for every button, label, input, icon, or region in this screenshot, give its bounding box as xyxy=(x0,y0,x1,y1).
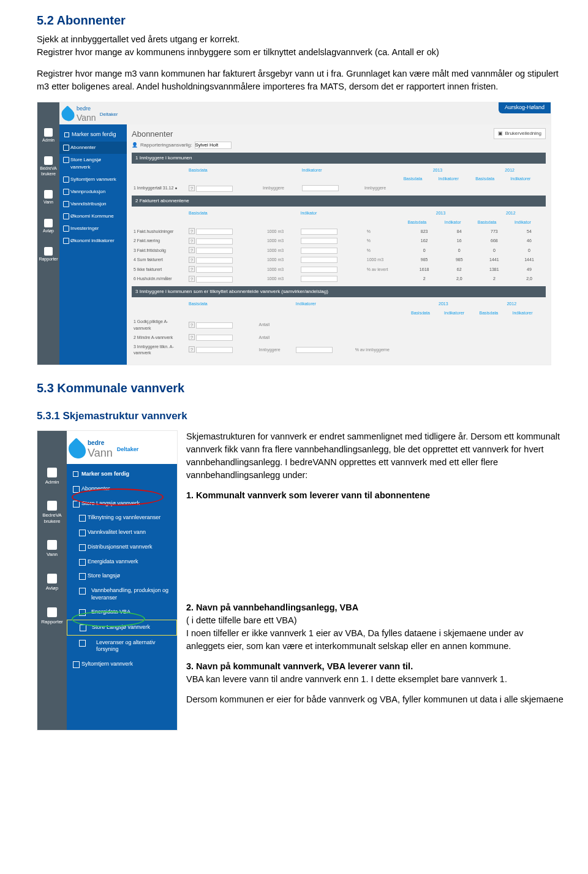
val-2012-basis: 2 xyxy=(476,275,513,284)
section-bar-2: 2 Fakturert abonnentene xyxy=(132,196,546,207)
subnav-item[interactable]: Store Langsjø vannverk xyxy=(59,154,127,173)
indicator-input[interactable] xyxy=(296,347,333,353)
basis-input[interactable] xyxy=(196,186,233,192)
help-icon[interactable]: ? xyxy=(189,276,195,282)
help-icon[interactable]: ? xyxy=(189,228,195,234)
unit xyxy=(353,333,409,343)
heading-5-3: 5.3 Kommunale vannverk xyxy=(37,379,564,397)
subnav-item[interactable]: Vanndistribusjon xyxy=(59,198,127,210)
subnav-item[interactable]: Leveranser og alternativ forsyning xyxy=(67,636,177,657)
row-label: 1 Godkj.pliktige A-vannverk xyxy=(132,317,187,333)
basis-input[interactable] xyxy=(196,267,233,273)
indicator-input[interactable] xyxy=(301,257,337,263)
help-icon[interactable]: ? xyxy=(189,334,195,340)
help-icon[interactable]: ? xyxy=(189,238,195,244)
basis-input[interactable] xyxy=(196,257,233,264)
val-2013-indik: 0 xyxy=(443,246,476,256)
help-icon[interactable]: ? xyxy=(189,247,195,253)
mark-done[interactable]: Marker som ferdig xyxy=(67,466,177,482)
table-row: 6 Husholdn.m/måler? 1000 m322,022,0 xyxy=(132,275,546,284)
subnav-item[interactable]: Energidata vannverk xyxy=(67,555,177,569)
unit: Innbyggere xyxy=(363,184,402,194)
nav-bedreva[interactable]: BedreVA brukere xyxy=(37,156,59,177)
basis-input[interactable] xyxy=(196,276,233,283)
nav-rapporter[interactable]: Rapporter xyxy=(39,247,58,262)
indicator-input[interactable] xyxy=(301,238,337,244)
table-sec2: Basisdata Indikator 2013 2012 Basisdata … xyxy=(132,209,546,284)
subnav-item[interactable]: Tilknytning og vannleveranser xyxy=(67,511,177,525)
nav-vann[interactable]: Vann xyxy=(43,190,53,205)
text: I noen tilfeller er ikke vannverk 1 eier… xyxy=(186,628,523,651)
help-icon[interactable]: ? xyxy=(189,266,195,272)
left-nav: Admin BedreVA brukere Vann Avløp Rapport… xyxy=(37,102,59,365)
paragraph: Registrer hvor mange m3 vann kommunen ha… xyxy=(37,67,564,93)
subnav-item[interactable]: Økonomi Kommune xyxy=(59,210,127,222)
help-icon[interactable]: ? xyxy=(189,346,195,352)
help-icon[interactable]: ? xyxy=(189,257,195,263)
sub-indik: Indikator xyxy=(513,218,546,227)
guide-button[interactable]: ▣ Brukerveiledning xyxy=(494,128,546,139)
nav-bedreva[interactable]: BedreVA brukere xyxy=(37,501,67,524)
indicator-input[interactable] xyxy=(302,185,339,191)
subnav-item[interactable]: Abonnenter xyxy=(67,482,177,496)
subnav-item[interactable]: Store Langsjø vannverk xyxy=(67,496,177,511)
col-2012: 2012 xyxy=(473,166,546,175)
book-icon: ▣ xyxy=(498,130,503,137)
row-label: 3 Fakt.fritidsbolig xyxy=(132,246,187,256)
indicator-input[interactable] xyxy=(301,248,337,254)
section-bar-3: 3 Innbyggere i kommunen som er tilknytte… xyxy=(132,286,546,297)
subnav-item[interactable]: Syltomtjern vannverk xyxy=(59,173,127,186)
val-2013-indik: 16 xyxy=(443,237,476,246)
basis-input[interactable] xyxy=(196,322,233,329)
nav-rapporter[interactable]: Rapporter xyxy=(41,607,63,625)
unit: Antall xyxy=(257,333,294,343)
row-label: 2 Mindre A-vannverk xyxy=(132,333,187,343)
val-2012-basis: 773 xyxy=(476,227,513,237)
indicator-input[interactable] xyxy=(301,267,337,273)
subnav-item[interactable]: Distribusjonsnett vannverk xyxy=(67,540,177,555)
subnav-item[interactable]: Energidata VBA xyxy=(67,605,177,620)
nav-admin[interactable]: Admin xyxy=(42,128,55,143)
basis-input[interactable] xyxy=(196,248,233,254)
unit: 1000 m3 xyxy=(265,237,299,246)
col-indik: Indikator xyxy=(299,209,365,218)
val-2013-basis: 162 xyxy=(405,237,442,246)
subnav-item[interactable]: Investeringer xyxy=(59,222,127,235)
resp-input[interactable] xyxy=(195,142,232,149)
basis-input[interactable] xyxy=(196,347,233,353)
report-icon xyxy=(44,247,53,256)
unit xyxy=(353,317,409,333)
subnav-item[interactable]: Vannkvalitet levert vann xyxy=(67,525,177,540)
nav-avlop[interactable]: Avløp xyxy=(43,219,54,234)
mark-done[interactable]: Marker som ferdig xyxy=(59,128,127,142)
nav-admin[interactable]: Admin xyxy=(45,468,59,485)
basis-input[interactable] xyxy=(196,335,233,341)
subnav-item[interactable]: Store Langsjø vannverk xyxy=(67,620,177,636)
help-icon[interactable]: ? xyxy=(189,185,195,191)
val-2012-indik: 1441 xyxy=(513,256,546,265)
subnav-item[interactable]: Vannbehandling, produksjon og leveranser xyxy=(67,583,177,605)
person-icon: 👤 xyxy=(132,142,138,149)
help-icon[interactable]: ? xyxy=(189,322,195,328)
col-2013: 2013 xyxy=(402,166,474,175)
subnav-item[interactable]: Økonomi indikatorer xyxy=(59,235,127,247)
row-label: 2 Fakt.næring xyxy=(132,237,187,246)
admin-icon xyxy=(44,128,53,137)
basis-input[interactable] xyxy=(196,238,233,245)
indicator-input[interactable] xyxy=(301,276,337,282)
sub-indik: Indikatorer xyxy=(511,309,546,318)
main-panel: 👤 Admin Bruker (Systemansvarlig) Logg ut… xyxy=(127,124,551,365)
subnav-item[interactable]: Store langsjø xyxy=(67,569,177,583)
brand-bedre: bedre xyxy=(77,105,96,113)
table-row: 4 Sum fakturert? 1000 m31000 m3985985144… xyxy=(132,256,546,265)
indicator-input[interactable] xyxy=(301,229,337,235)
nav-avlop[interactable]: Avløp xyxy=(46,574,58,591)
basis-input[interactable] xyxy=(196,229,233,235)
sub-indik: Indikatorer xyxy=(442,309,477,318)
subnav-item[interactable]: Vannproduksjon xyxy=(59,186,127,198)
nav-vann[interactable]: Vann xyxy=(47,540,58,558)
list-3: 3. Navn på kommunalt vannverk, VBA lever… xyxy=(186,661,413,671)
unit: % av innbyggerne xyxy=(353,343,409,358)
subnav-item[interactable]: Syltomtjern vannverk xyxy=(67,657,177,672)
subnav-abonnenter[interactable]: Abonnenter xyxy=(59,142,127,154)
